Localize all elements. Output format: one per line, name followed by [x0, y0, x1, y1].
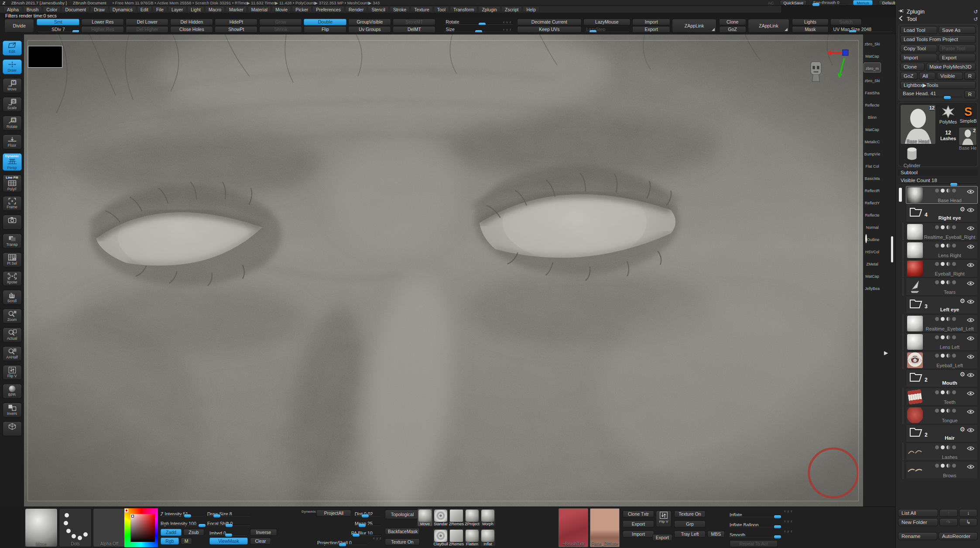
menu-item[interactable]: Zplugin	[478, 6, 500, 12]
geometry-top-button[interactable]: GroupVisible	[348, 19, 391, 25]
lashes-tool[interactable]: 12 Lashes	[939, 130, 958, 141]
imbed-slider[interactable]: Imbed 0	[209, 529, 248, 536]
copy-tool-button[interactable]: Copy Tool	[900, 45, 937, 52]
saturation-value-square[interactable]	[130, 514, 155, 542]
inverse-button[interactable]: Inverse	[250, 529, 277, 536]
subtool-row[interactable]: Eyeball_Right ⚙ Eyeball_Right	[906, 259, 978, 277]
zplugin-history-icon[interactable]: ↺	[973, 9, 978, 15]
move-up-button[interactable]: ↑	[939, 509, 958, 517]
left-tool-button[interactable]: M Move	[3, 78, 22, 93]
geometry-top-button[interactable]: Del Hidden	[170, 19, 213, 25]
geometry-top-button[interactable]: Smt	[37, 19, 79, 25]
tool-palette-header[interactable]: Tool ↺	[898, 15, 978, 23]
left-tool-button[interactable]: BPR	[3, 384, 22, 399]
sculpt-canvas[interactable]	[24, 34, 863, 507]
material-item[interactable]: zbro_Ski	[863, 38, 881, 48]
flip-v-button[interactable]: Flip V	[656, 510, 672, 527]
menu-item[interactable]: Light	[187, 6, 204, 12]
material-item[interactable]: Reflecte	[863, 99, 881, 109]
geometry-bottom-button[interactable]: SDiv 7	[37, 26, 79, 33]
left-tool-button[interactable]: S Scale	[3, 97, 22, 112]
see-through-slider[interactable]: See-through 0	[813, 0, 847, 5]
subtool-eye-icon[interactable]	[966, 280, 975, 288]
repeat-to-active-button[interactable]: Repeat To Act	[730, 540, 778, 547]
menus-button[interactable]: Menus	[853, 0, 873, 5]
zplugin-palette-header[interactable]: Zplugin ↺	[898, 8, 978, 15]
menu-item[interactable]: Edit	[137, 6, 152, 12]
menu-item[interactable]: Brush	[23, 6, 42, 12]
cylinder-tool[interactable]: Cylinder	[901, 146, 923, 168]
current-alpha-thumbnail[interactable]: Alpha Off	[93, 508, 126, 547]
brush-quickpick[interactable]: ZRemes	[449, 529, 464, 546]
subtool-eye-icon[interactable]	[966, 298, 975, 306]
left-tool-button[interactable]	[3, 421, 22, 436]
subtool-eye-icon[interactable]	[966, 445, 975, 453]
subtool-row[interactable]: Lens Left ⚙ Lens Left	[906, 333, 978, 351]
draw-size-slider[interactable]: Draw Size 8	[207, 510, 251, 517]
material-item[interactable]: MatCap	[863, 270, 881, 280]
menu-item[interactable]: Layer	[168, 6, 186, 12]
left-tool-button[interactable]: Scroll	[3, 290, 22, 305]
brush-quickpick[interactable]: Morph	[480, 509, 495, 526]
decimate-current-button[interactable]: Decimate Current	[517, 19, 581, 25]
viewmask-button[interactable]: ViewMask	[209, 538, 248, 545]
inflate-balloon-slider[interactable]: Inflate Balloon	[730, 520, 782, 527]
menu-item[interactable]: Stroke	[390, 6, 410, 12]
subtool-row[interactable]: Realtime_Eyeball_Left ⚙ Realtime_Eyeball…	[906, 314, 978, 332]
backfacemask-button[interactable]: BackfaceMask	[385, 528, 420, 535]
grp-button[interactable]: Grp	[674, 520, 706, 527]
left-tool-button[interactable]: Floor	[3, 134, 22, 149]
menu-item[interactable]: Color	[43, 6, 61, 12]
material-item[interactable]: Flat Col	[863, 160, 881, 170]
geometry-bottom-button[interactable]: DelMT	[393, 26, 435, 33]
export-button[interactable]: Export	[632, 26, 670, 33]
subtool-mini-toggles[interactable]	[925, 262, 965, 266]
folder-gear-icon[interactable]: ⚙	[959, 371, 965, 378]
material-item[interactable]: JellyBea	[863, 283, 881, 293]
subtool-row[interactable]: Right eye 4 ⚙ Right eye	[906, 204, 978, 222]
rename-button[interactable]: Rename	[898, 532, 937, 540]
active-tool-slider[interactable]: Base Head. 41	[900, 90, 963, 98]
menu-item[interactable]: Marker	[226, 6, 247, 12]
brush-quickpick[interactable]: Standar	[433, 509, 448, 526]
subtool-row[interactable]: Lashes ⚙ Lashes	[906, 443, 978, 461]
goz-button[interactable]: GoZ	[719, 26, 746, 33]
autoreorder-button[interactable]: AutoReorder	[939, 532, 978, 540]
texture-on-button[interactable]: Texture On	[385, 538, 420, 545]
menu-item[interactable]: Material	[248, 6, 271, 12]
subtool-eye-icon[interactable]	[966, 427, 975, 434]
subtool-eye-icon[interactable]	[966, 207, 975, 214]
zadd-button[interactable]: Zadd	[161, 529, 182, 536]
left-tool-button[interactable]: Frame	[3, 196, 22, 211]
current-brush-thumbnail[interactable]: Move	[25, 508, 58, 547]
camera-head-gizmo-icon[interactable]	[809, 61, 823, 83]
menu-item[interactable]: Transform	[450, 6, 477, 12]
folder-gear-icon[interactable]: ⚙	[959, 426, 965, 433]
menu-item[interactable]: Texture	[411, 6, 432, 12]
load-tool-button[interactable]: Load Tool	[900, 26, 937, 34]
brush-quickpick[interactable]: Flatten	[465, 529, 480, 546]
subtool-row[interactable]: Realtime_Eyeball_Right ⚙ Realtime_Eyebal…	[906, 223, 978, 241]
clone-button[interactable]: Clone	[719, 19, 746, 25]
rgb-intensity-slider[interactable]: Rgb Intensity 100	[161, 519, 204, 526]
geometry-top-button[interactable]: Grow	[259, 19, 302, 25]
material-item[interactable]: FastSha	[863, 87, 881, 97]
menu-item[interactable]: Preferences	[312, 6, 344, 12]
menu-item[interactable]: Tool	[434, 6, 449, 12]
brush-quickpick[interactable]: ZProject	[465, 509, 480, 526]
gutter-scrollbar[interactable]	[891, 236, 893, 262]
left-tool-button[interactable]: R Rotate	[3, 116, 22, 131]
current-stroke-thumbnail[interactable]: Dots	[59, 508, 92, 547]
left-tool-button[interactable]: Zoom	[3, 309, 22, 324]
load-tools-from-project-button[interactable]: Load Tools From Project	[900, 35, 976, 43]
subtool-eye-icon[interactable]	[966, 372, 975, 379]
geometry-top-button[interactable]: Del Lower	[126, 19, 168, 25]
make-polymesh3d-button[interactable]: Make PolyMesh3D	[926, 63, 976, 71]
subtool-row[interactable]: Teeth ⚙ Teeth	[906, 388, 978, 406]
lightbox-tools-button[interactable]: Lightbox▶Tools	[900, 81, 976, 89]
geometry-bottom-button[interactable]: Uv Groups	[348, 26, 391, 33]
pa-blur-slider[interactable]: PA Blur 10	[351, 529, 382, 536]
material-item[interactable]: zbro_Ski	[863, 75, 881, 85]
left-tool-button[interactable]: Pt Sel	[3, 252, 22, 267]
new-folder-button[interactable]: New Folder	[898, 518, 938, 526]
